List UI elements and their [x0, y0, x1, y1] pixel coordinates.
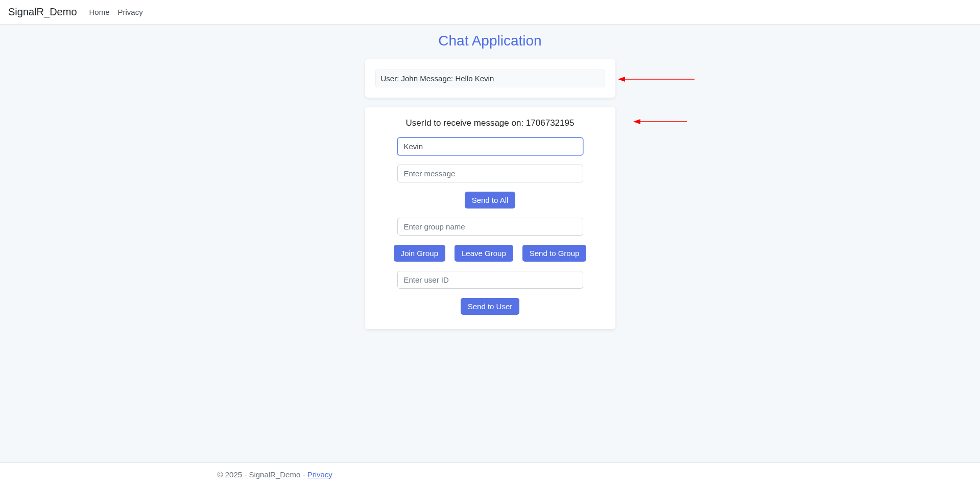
send-to-group-button[interactable]: Send to Group [522, 245, 587, 262]
svg-marker-1 [618, 77, 625, 82]
messages-card: User: John Message: Hello Kevin [365, 59, 615, 98]
nav-link-home[interactable]: Home [85, 6, 114, 18]
send-to-all-button[interactable]: Send to All [465, 192, 516, 209]
username-input[interactable] [397, 137, 583, 155]
annotation-arrow-message [618, 76, 695, 82]
group-name-input[interactable] [397, 218, 583, 236]
join-group-button[interactable]: Join Group [394, 245, 445, 262]
message-item: User: John Message: Hello Kevin [375, 70, 605, 87]
annotation-arrow-userid [633, 118, 687, 124]
leave-group-button[interactable]: Leave Group [455, 245, 513, 262]
nav-link-privacy[interactable]: Privacy [114, 6, 147, 18]
user-id-label: UserId to receive message on: 1706732195 [384, 118, 597, 128]
svg-marker-3 [633, 119, 640, 124]
navbar-brand[interactable]: SignalR_Demo [8, 4, 77, 20]
navbar: SignalR_Demo Home Privacy [0, 0, 980, 25]
user-id-input[interactable] [397, 271, 583, 289]
send-to-user-button[interactable]: Send to User [461, 298, 520, 315]
form-card: UserId to receive message on: 1706732195… [365, 107, 615, 329]
page-title: Chat Application [209, 33, 771, 49]
main-container: Chat Application User: John Message: Hel… [209, 25, 771, 369]
message-input[interactable] [397, 165, 583, 182]
